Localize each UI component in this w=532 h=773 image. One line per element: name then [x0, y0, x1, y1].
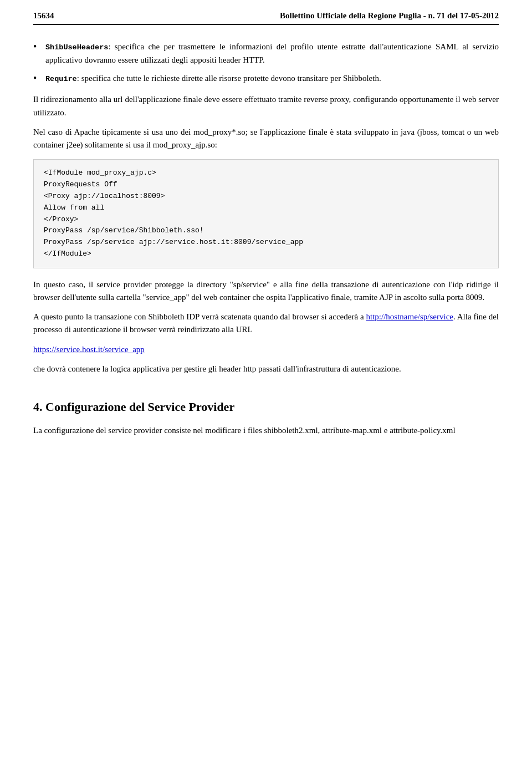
bullet1-label: ShibUseHeaders: [45, 43, 108, 52]
link-2[interactable]: https://service.host.it/service_app: [33, 345, 145, 354]
bullet-item-1: • ShibUseHeaders: specifica che per tras…: [33, 40, 499, 67]
paragraph-4b: https://service.host.it/service_app: [33, 343, 499, 356]
paragraph-3: In questo caso, il service provider prot…: [33, 278, 499, 304]
bullet-dot-1: •: [33, 40, 45, 54]
journal-title: Bollettino Ufficiale della Regione Pugli…: [280, 11, 499, 21]
paragraph-4: A questo punto la transazione con Shibbo…: [33, 311, 499, 337]
bullet-dot-2: •: [33, 72, 45, 85]
paragraph-5: La configurazione del service provider c…: [33, 424, 499, 437]
bullet-list: • ShibUseHeaders: specifica che per tras…: [33, 40, 499, 85]
page: 15634 Bollettino Ufficiale della Regione…: [0, 0, 532, 466]
section-4-number: 4.: [33, 400, 43, 414]
section-4-heading: 4. Configurazione del Service Provider: [33, 398, 499, 416]
bullet1-body: : specifica che per trasmettere le infor…: [45, 42, 499, 64]
para2-text: Nel caso di Apache tipicamente si usa un…: [33, 128, 499, 149]
code-block: <IfModule mod_proxy_ajp.c> ProxyRequests…: [33, 159, 499, 268]
bullet2-body: : specifica che tutte le richieste diret…: [77, 74, 381, 83]
section-4-title: Configurazione del Service Provider: [45, 400, 234, 414]
paragraph-2: Nel caso di Apache tipicamente si usa un…: [33, 126, 499, 152]
bullet2-label: Require: [45, 75, 77, 83]
page-number: 15634: [33, 11, 54, 21]
link-1[interactable]: http://hostname/sp/service: [366, 312, 453, 321]
main-content: • ShibUseHeaders: specifica che per tras…: [33, 40, 499, 438]
bullet-item-2: • Require: specifica che tutte le richie…: [33, 72, 499, 85]
paragraph-1: Il ridirezionamento alla url dell'applic…: [33, 93, 499, 119]
paragraph-4c: che dovrà contenere la logica applicativ…: [33, 363, 499, 375]
bullet-text-1: ShibUseHeaders: specifica che per trasme…: [45, 40, 499, 67]
para4-start: A questo punto la transazione con Shibbo…: [33, 312, 366, 321]
bullet-text-2: Require: specifica che tutte le richiest…: [45, 72, 499, 85]
page-header: 15634 Bollettino Ufficiale della Regione…: [33, 11, 499, 25]
